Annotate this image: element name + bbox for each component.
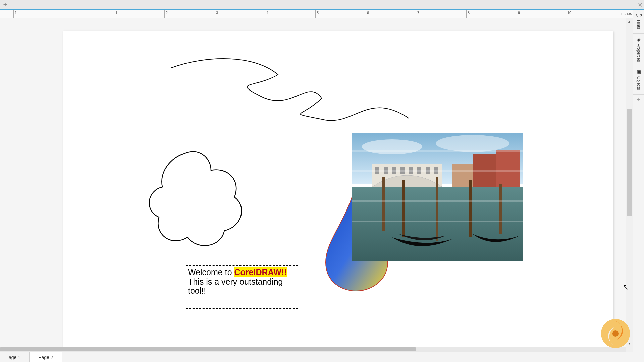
ruler-tick-label: 7 [415, 11, 422, 15]
ruler-tick-label: 5 [314, 11, 321, 15]
document-tabs-bar: + ✕ [0, 0, 644, 10]
properties-icon: ◈ [637, 36, 641, 42]
layers-icon: ▣ [636, 69, 641, 75]
ruler-tick-label: 1 [12, 11, 19, 15]
add-docker-button[interactable]: + [633, 95, 644, 105]
horizontal-scrollbar[interactable] [0, 347, 626, 352]
hints-docker-tab[interactable]: ↖? Hints [633, 10, 644, 34]
objects-docker-tab[interactable]: ▣ Objects [633, 66, 644, 95]
vertical-scroll-thumb[interactable] [627, 109, 632, 216]
ruler-tick-label: 8 [465, 11, 472, 15]
canvas-workspace[interactable]: Welcome to CorelDRAW!! This is a very ou… [0, 18, 633, 347]
ruler-tick-label: 9 [516, 11, 522, 15]
ruler-tick-label: 10 [566, 11, 573, 15]
bitmap-image-object[interactable] [352, 133, 523, 261]
docker-tab-label: Properties [636, 44, 641, 62]
ruler-unit-label: inches [620, 11, 632, 16]
horizontal-ruler: 1 1 2 3 4 5 6 7 8 9 10 inches [0, 10, 644, 18]
svg-point-27 [612, 330, 619, 337]
cursor-help-icon: ↖? [635, 13, 642, 19]
vertical-scrollbar[interactable]: ▲ ▼ [626, 18, 633, 347]
scroll-up-arrow-icon[interactable]: ▲ [626, 18, 633, 25]
text-run-plain: Welcome to [188, 267, 234, 277]
svg-rect-24 [352, 200, 523, 202]
ruler-tick-label: 6 [365, 11, 371, 15]
ruler-tick-label: 1 [113, 11, 120, 15]
docker-tabs-strip: ↖? Hints ◈ Properties ▣ Objects + [633, 10, 644, 362]
page-tab-1[interactable]: age 1 [0, 352, 30, 362]
paragraph-text-frame[interactable]: Welcome to CorelDRAW!! This is a very ou… [186, 265, 298, 309]
text-run-plain: This is a very outstanding tool!! [188, 277, 283, 296]
page-navigator: age 1 Page 2 [0, 352, 644, 362]
horizontal-scroll-thumb[interactable] [0, 347, 416, 351]
cloud-shape-object[interactable] [141, 143, 255, 257]
properties-docker-tab[interactable]: ◈ Properties [633, 34, 644, 66]
text-run-highlight: CorelDRAW!! [234, 267, 287, 277]
drawing-page[interactable]: Welcome to CorelDRAW!! This is a very ou… [63, 31, 613, 353]
close-panel-icon[interactable]: ✕ [638, 1, 643, 9]
page-tab-2[interactable]: Page 2 [30, 352, 62, 362]
docker-tab-label: Objects [636, 76, 641, 90]
ruler-tick-label: 4 [264, 11, 271, 15]
ruler-tick-label: 2 [163, 11, 170, 15]
add-document-tab[interactable]: + [0, 0, 11, 9]
freehand-curve-object[interactable] [167, 51, 422, 125]
svg-rect-23 [352, 170, 523, 172]
ruler-tick-label: 3 [214, 11, 220, 15]
docker-tab-label: Hints [636, 20, 641, 29]
svg-rect-22 [352, 150, 523, 152]
brand-badge-icon [600, 318, 631, 349]
svg-rect-25 [352, 221, 523, 222]
